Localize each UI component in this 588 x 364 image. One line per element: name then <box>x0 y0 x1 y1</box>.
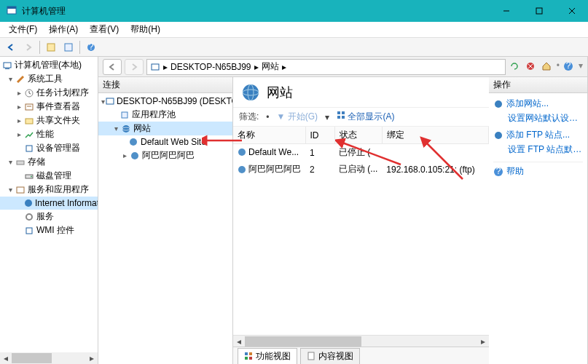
help-button[interactable]: ? <box>83 39 99 55</box>
action-help[interactable]: ?帮助 <box>493 162 583 181</box>
nav-back-button[interactable] <box>103 59 122 75</box>
scroll-right-icon[interactable]: ▸ <box>477 336 489 347</box>
scroll-right-icon[interactable]: ▸ <box>86 352 98 364</box>
tree-performance[interactable]: ▸性能 <box>0 127 98 141</box>
tree-storage[interactable]: ▾存储 <box>0 155 98 169</box>
nav-stop-icon[interactable] <box>525 60 538 74</box>
col-id[interactable]: ID <box>305 127 334 144</box>
tree-services-apps[interactable]: ▾服务和应用程序 <box>0 183 98 197</box>
col-status[interactable]: 状态 <box>334 127 382 144</box>
iis-icon <box>23 197 34 209</box>
title-bar: 计算机管理 <box>0 0 588 22</box>
globe-icon <box>120 123 132 135</box>
iis-nav-bar: ▸ DESKTOP-N65BJ99 ▸ 网站 ▸ • ? ▾ <box>98 57 587 77</box>
window-title: 计算机管理 <box>22 5 490 17</box>
scroll-thumb[interactable] <box>12 353 52 363</box>
conn-site-default[interactable]: Default Web Site <box>98 135 232 149</box>
minimize-button[interactable] <box>490 0 522 22</box>
menu-file[interactable]: 文件(F) <box>3 22 43 37</box>
menu-action[interactable]: 操作(A) <box>43 22 84 37</box>
content-scrollbar[interactable]: ◂ ▸ <box>233 335 489 347</box>
conn-app-pools[interactable]: 应用程序池 <box>98 108 232 122</box>
refresh-button[interactable] <box>60 39 77 55</box>
breadcrumb[interactable]: ▸ DESKTOP-N65BJ99 ▸ 网站 ▸ <box>146 59 506 75</box>
globe-icon <box>240 82 261 103</box>
tree-system-tools[interactable]: ▾系统工具 <box>0 72 98 86</box>
svg-rect-11 <box>5 68 9 69</box>
table-row[interactable]: 阿巴阿巴阿巴2已启动 (...192.168.0.105:21: (ftp) <box>233 161 489 178</box>
svg-rect-24 <box>152 64 159 70</box>
svg-text:?: ? <box>89 42 94 52</box>
nav-refresh-icon[interactable] <box>509 60 522 74</box>
tree-device-manager[interactable]: 设备管理器 <box>0 141 98 155</box>
conn-sites[interactable]: ▾网站 <box>98 122 232 135</box>
forward-button[interactable] <box>20 39 36 55</box>
action-add-site[interactable]: 添加网站... <box>493 96 583 111</box>
tab-content[interactable]: 内容视图 <box>300 348 360 364</box>
breadcrumb-section[interactable]: 网站 <box>262 60 279 73</box>
breadcrumb-host[interactable]: DESKTOP-N65BJ99 <box>170 62 251 72</box>
nav-home-icon[interactable] <box>541 60 554 74</box>
nav-help-icon[interactable]: ? <box>562 60 576 74</box>
svg-rect-7 <box>65 44 72 51</box>
caret-right-icon: ▸ <box>15 89 23 97</box>
caret-right-icon: ▸ <box>15 103 23 111</box>
svg-rect-46 <box>249 352 252 355</box>
conn-host[interactable]: ▾DESKTOP-N65BJ99 (DESKTOP <box>98 95 232 108</box>
globe-icon <box>129 150 141 162</box>
conn-site-custom[interactable]: ▸阿巴阿巴阿巴 <box>98 149 232 162</box>
content-panel: 网站 筛选: • ▼ 开始(G) ▾ 全部显示(A) 名称 ID <box>233 77 489 364</box>
toolbar: ? <box>0 38 588 57</box>
close-button[interactable] <box>555 0 588 22</box>
svg-text:?: ? <box>566 60 571 71</box>
scroll-thumb[interactable] <box>245 336 361 347</box>
mmc-tree-panel: 计算机管理(本地) ▾系统工具 ▸任务计划程序 ▸事件查看器 ▸共享文件夹 ▸性… <box>0 57 98 364</box>
svg-rect-49 <box>308 352 314 360</box>
caret-down-icon: ▾ <box>6 186 15 194</box>
caret-right-icon: ▸ <box>15 130 23 138</box>
back-button[interactable] <box>3 39 19 55</box>
iis-panel: ▸ DESKTOP-N65BJ99 ▸ 网站 ▸ • ? ▾ 连接 ▾DESKT… <box>98 57 588 364</box>
server-icon <box>150 62 160 72</box>
scroll-left-icon[interactable]: ◂ <box>0 352 12 364</box>
col-name[interactable]: 名称 <box>233 127 305 144</box>
maximize-button[interactable] <box>522 0 555 22</box>
svg-point-21 <box>25 199 32 207</box>
tree-event-viewer[interactable]: ▸事件查看器 <box>0 100 98 114</box>
svg-point-19 <box>31 175 32 177</box>
action-add-ftp[interactable]: 添加 FTP 站点... <box>493 127 583 143</box>
svg-rect-16 <box>26 146 32 151</box>
tree-root[interactable]: 计算机管理(本地) <box>0 58 98 72</box>
svg-point-34 <box>130 138 137 146</box>
toolbar-separator <box>39 41 40 54</box>
svg-rect-13 <box>26 104 33 110</box>
nav-forward-button[interactable] <box>125 59 144 75</box>
tab-features[interactable]: 功能视图 <box>238 348 297 364</box>
content-title: 网站 <box>267 84 293 101</box>
caret-right-icon: ▸ <box>120 151 129 159</box>
action-set-ftp-defaults[interactable]: 设置 FTP 站点默认值... <box>493 143 583 159</box>
computer-icon <box>1 60 13 71</box>
col-binding[interactable]: 绑定 <box>382 127 488 144</box>
svg-rect-40 <box>342 111 345 114</box>
table-row[interactable]: Default We...1已停止 ( <box>233 144 489 162</box>
scroll-left-icon[interactable]: ◂ <box>233 336 245 347</box>
actions-panel: 操作 添加网站... 设置网站默认设置... 添加 FTP 站点... 设置 F… <box>489 77 587 364</box>
gear-icon <box>23 211 35 223</box>
tree-services[interactable]: 服务 <box>0 210 98 223</box>
tree-wmi[interactable]: WMI 控件 <box>0 223 98 237</box>
tree-shared-folders[interactable]: ▸共享文件夹 <box>0 114 98 127</box>
svg-rect-20 <box>17 187 24 193</box>
tree-disk-management[interactable]: 磁盘管理 <box>0 169 98 183</box>
tree-task-scheduler[interactable]: ▸任务计划程序 <box>0 86 98 100</box>
left-scrollbar[interactable]: ◂ ▸ <box>0 352 98 364</box>
menu-help[interactable]: 帮助(H) <box>125 22 166 37</box>
action-set-site-defaults[interactable]: 设置网站默认设置... <box>493 111 583 127</box>
properties-button[interactable] <box>43 39 59 55</box>
menu-view[interactable]: 查看(V) <box>84 22 125 37</box>
tree-iis[interactable]: Internet Informat <box>0 197 98 210</box>
filter-showall[interactable]: 全部显示(A) <box>337 111 394 123</box>
folder-share-icon <box>23 115 35 127</box>
svg-point-32 <box>122 125 130 132</box>
filter-start[interactable]: ▼ 开始(G) <box>277 111 318 123</box>
